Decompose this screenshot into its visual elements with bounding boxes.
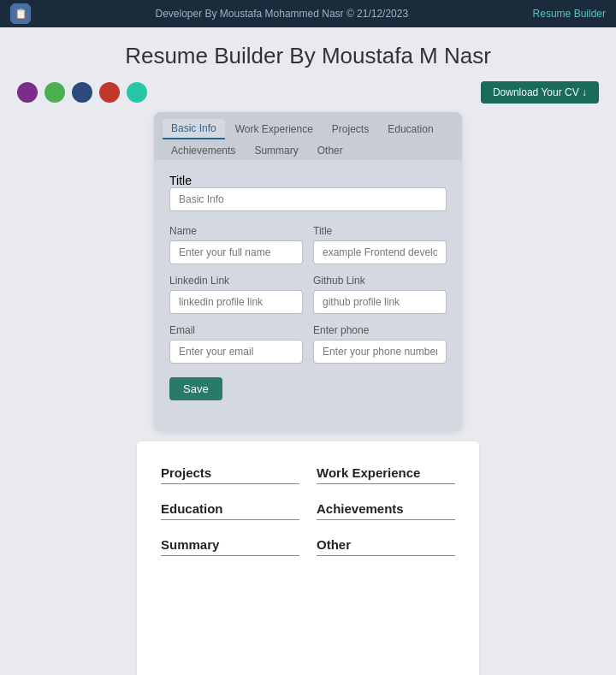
color-dot-red[interactable] [99,82,120,103]
tabs-container: Basic Info Work Experience Projects Educ… [154,112,462,160]
top-nav: 📋 Developer By Moustafa Mohammed Nasr © … [0,0,616,27]
nav-right-text: Resume Builder [533,8,606,20]
preview-other-title: Other [317,537,455,556]
tab-work-experience[interactable]: Work Experience [227,119,322,139]
phone-input[interactable] [313,340,447,364]
github-label: Github Link [313,275,447,287]
tab-education[interactable]: Education [379,119,441,139]
email-input[interactable] [169,340,303,364]
title-input[interactable] [169,187,447,211]
save-button[interactable]: Save [169,377,222,400]
name-input[interactable] [169,240,303,264]
preview-projects-title: Projects [161,465,299,484]
preview-projects: Projects [161,465,299,484]
preview-work-experience-title: Work Experience [317,465,455,484]
nav-center-text: Developer By Moustafa Mohammed Nasr © 21… [155,8,408,20]
title-section: Title [169,174,447,211]
color-dot-purple[interactable] [17,82,38,103]
linkedin-label: Linkedin Link [169,275,303,287]
email-label: Email [169,324,303,336]
color-dot-dark-blue[interactable] [72,82,92,103]
preview-achievements: Achievements [317,501,455,520]
nav-logo: 📋 [10,3,31,24]
preview-education-title: Education [161,501,299,520]
tab-achievements[interactable]: Achievements [163,141,244,160]
preview-other: Other [317,537,455,556]
color-dot-teal[interactable] [127,82,147,103]
download-cv-button[interactable]: Download Your CV ↓ [481,81,599,104]
phone-label: Enter phone [313,324,447,336]
preview-education: Education [161,501,299,520]
tab-projects[interactable]: Projects [323,119,377,139]
github-input[interactable] [313,290,447,314]
preview-summary-title: Summary [161,537,299,556]
tab-other[interactable]: Other [309,141,352,160]
form-area: Title Name Title Linkedin Link [154,160,462,414]
tab-basic-info[interactable]: Basic Info [163,119,225,139]
preview-achievements-title: Achievements [317,501,455,520]
color-dot-green[interactable] [44,82,65,103]
page-title: Resume Builder By Moustafa M Nasr [125,43,491,69]
form-card: Basic Info Work Experience Projects Educ… [154,112,462,431]
job-title-input[interactable] [313,240,447,264]
color-dots [17,82,147,103]
preview-summary: Summary [161,537,299,556]
name-label: Name [169,225,303,237]
job-title-label: Title [313,225,447,237]
title-label: Title [169,174,192,187]
preview-work-experience: Work Experience [317,465,455,484]
linkedin-input[interactable] [169,290,303,314]
preview-card: Projects Education Summary Work Experien… [137,441,479,675]
tab-summary[interactable]: Summary [246,141,306,160]
